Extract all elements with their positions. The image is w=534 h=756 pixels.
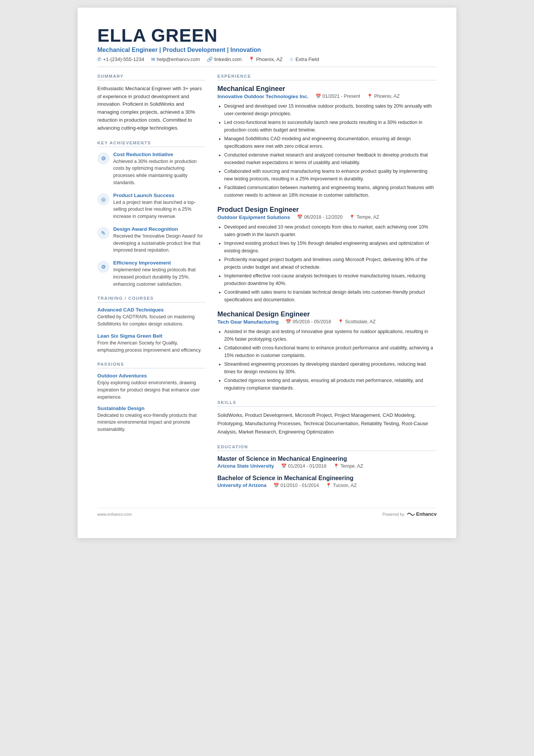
contact-email: ✉ help@enhancv.com [151, 56, 200, 62]
footer-url: www.enhancv.com [97, 512, 132, 517]
pin-icon: 📍 [333, 463, 339, 469]
right-column: EXPERIENCE Mechanical Engineer Innovativ… [217, 74, 437, 494]
extra-icon: ☆ [289, 56, 294, 62]
contact-location: 📍 Phoenix, AZ [248, 56, 283, 62]
achievement-icon: ✎ [101, 230, 106, 236]
phone-icon: ✆ [97, 56, 101, 62]
achievement-item: ✎ Design Award Recognition Received the … [97, 226, 205, 254]
achievement-desc: Achieved a 30% reduction in production c… [113, 158, 205, 186]
edu-meta: Arizona State University 📅01/2014 - 01/2… [217, 463, 437, 469]
bullet-item: Proficiently managed project budgets and… [224, 256, 437, 271]
achievement-content: Design Award Recognition Received the 'I… [113, 226, 205, 254]
achievement-desc: Led a project team that launched a top-s… [113, 199, 205, 220]
achievement-icon-wrap: ⚙ [97, 261, 109, 273]
achievement-icon-wrap: ✎ [97, 227, 109, 239]
achievement-title: Cost Reduction Initiative [113, 152, 205, 157]
bullet-item: Conducted rigorous testing and analysis,… [224, 377, 437, 392]
achievement-content: Product Launch Success Led a project tea… [113, 193, 205, 220]
achievement-content: Cost Reduction Initiative Achieved a 30%… [113, 152, 205, 186]
bullet-item: Developed and executed 10 new product co… [224, 223, 437, 238]
resume-footer: www.enhancv.com Powered by Enhancv [97, 508, 437, 517]
summary-section-title: SUMMARY [97, 74, 205, 80]
resume-page: ELLA GREEN Mechanical Engineer | Product… [78, 8, 456, 538]
training-item: Lean Six Sigma Green Belt From the Ameri… [97, 333, 205, 354]
powered-by-label: Powered by [383, 512, 404, 517]
job-bullets: Assisted in the design and testing of in… [217, 328, 437, 392]
job-location: 📍Scottsdale, AZ [338, 319, 376, 324]
achievements-list: ⚙ Cost Reduction Initiative Achieved a 3… [97, 152, 205, 288]
contact-linkedin: 🔗 linkedin.com [207, 56, 242, 62]
bullet-item: Designed and developed over 15 innovativ… [224, 102, 437, 117]
job-date: 📅01/2021 - Present [315, 94, 360, 99]
education-item: Master of Science in Mechanical Engineer… [217, 455, 437, 469]
bullet-item: Facilitated communication between market… [224, 184, 437, 199]
achievements-section-title: KEY ACHIEVEMENTS [97, 141, 205, 147]
achievement-icon: ⚙ [101, 264, 106, 270]
skills-section-title: SKILLS [217, 400, 437, 407]
job-company: Innovative Outdoor Technologies Inc. [217, 94, 309, 99]
job-meta: Innovative Outdoor Technologies Inc. 📅01… [217, 94, 437, 99]
edu-date: 📅01/2010 - 01/2014 [273, 483, 319, 488]
achievement-icon-wrap: ◎ [97, 193, 109, 205]
training-desc: From the American Society for Quality, e… [97, 340, 205, 354]
education-list: Master of Science in Mechanical Engineer… [217, 455, 437, 488]
job-bullets: Designed and developed over 15 innovativ… [217, 102, 437, 199]
pin-icon: 📍 [338, 319, 344, 324]
achievement-title: Product Launch Success [113, 193, 205, 198]
passion-item: Outdoor Adventures Enjoy exploring outdo… [97, 373, 205, 401]
edu-location: 📍Tucson, AZ [326, 483, 357, 488]
achievement-title: Efficiency Improvement [113, 260, 205, 266]
edu-degree: Master of Science in Mechanical Engineer… [217, 455, 437, 462]
experience-item: Mechanical Engineer Innovative Outdoor T… [217, 85, 437, 199]
skills-text: SolidWorks, Product Development, Microso… [217, 411, 437, 436]
main-content: SUMMARY Enthusiastic Mechanical Engineer… [97, 74, 437, 494]
achievement-content: Efficiency Improvement Implemented new t… [113, 260, 205, 288]
job-location: 📍Tempe, AZ [349, 214, 379, 220]
bullet-item: Led cross-functional teams to successful… [224, 119, 437, 134]
extra-value: Extra Field [295, 56, 319, 62]
bullet-item: Managed SolidWorks CAD modeling and engi… [224, 135, 437, 150]
location-icon: 📍 [248, 56, 255, 62]
edu-meta: University of Arizona 📅01/2010 - 01/2014… [217, 482, 437, 488]
experience-item: Product Design Engineer Outdoor Equipmen… [217, 206, 437, 304]
achievement-item: ⚙ Efficiency Improvement Implemented new… [97, 260, 205, 288]
edu-school: University of Arizona [217, 482, 267, 488]
education-section-title: EDUCATION [217, 445, 437, 451]
edu-school: Arizona State University [217, 463, 274, 469]
job-date: 📅06/2018 - 12/2020 [297, 214, 342, 220]
bullet-item: Collaborated with cross-functional teams… [224, 344, 437, 359]
bullet-item: Streamlined engineering processes by dev… [224, 360, 437, 376]
experience-item: Mechanical Design Engineer Tech Gear Man… [217, 310, 437, 392]
job-bullets: Developed and executed 10 new product co… [217, 223, 437, 304]
linkedin-icon: 🔗 [207, 56, 213, 62]
edu-location: 📍Tempe, AZ [333, 463, 363, 469]
experience-list: Mechanical Engineer Innovative Outdoor T… [217, 85, 437, 392]
passion-title: Outdoor Adventures [97, 373, 205, 379]
calendar-icon: 📅 [273, 483, 279, 488]
contact-phone: ✆ +1-(234)-555-1234 [97, 56, 144, 62]
achievement-item: ◎ Product Launch Success Led a project t… [97, 193, 205, 220]
achievement-icon: ⚙ [101, 155, 106, 161]
achievement-item: ⚙ Cost Reduction Initiative Achieved a 3… [97, 152, 205, 186]
training-title: Advanced CAD Techniques [97, 307, 205, 313]
job-title: Product Design Engineer [217, 206, 437, 214]
bullet-item: Implemented effective root-cause analysi… [224, 272, 437, 287]
passion-desc: Enjoy exploring outdoor environments, dr… [97, 379, 205, 401]
calendar-icon: 📅 [286, 319, 291, 324]
bullet-item: Coordinated with sales teams to translat… [224, 288, 437, 304]
bullet-item: Collaborated with sourcing and manufactu… [224, 167, 437, 183]
job-meta: Outdoor Equipment Solutions 📅06/2018 - 1… [217, 214, 437, 220]
achievement-icon: ◎ [101, 196, 106, 202]
achievement-desc: Implemented new testing protocols that i… [113, 266, 205, 288]
education-item: Bachelor of Science in Mechanical Engine… [217, 475, 437, 488]
edu-date: 📅01/2014 - 01/2016 [281, 463, 326, 469]
passions-section-title: PASSIONS [97, 362, 205, 368]
left-column: SUMMARY Enthusiastic Mechanical Engineer… [97, 74, 205, 494]
pin-icon: 📍 [326, 483, 331, 488]
bullet-item: Improved existing product lines by 15% t… [224, 239, 437, 255]
email-value: help@enhancv.com [157, 56, 200, 62]
job-location: 📍Phoenix, AZ [367, 94, 400, 99]
pin-icon: 📍 [367, 94, 373, 99]
candidate-name: ELLA GREEN [97, 26, 437, 46]
experience-section-title: EXPERIENCE [217, 74, 437, 80]
